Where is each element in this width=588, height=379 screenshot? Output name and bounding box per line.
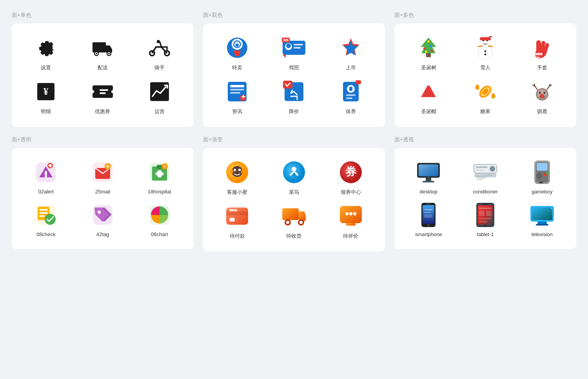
svg-point-97: [241, 169, 244, 174]
billing-label: 明细: [41, 108, 51, 115]
gameboy-icon: [530, 160, 555, 185]
pending-review-icon: [338, 204, 363, 229]
svg-point-159: [551, 210, 552, 211]
list-item[interactable]: 骑手: [133, 35, 186, 71]
tablet-label: tablet-1: [477, 231, 494, 237]
list-item[interactable]: 客服小蜜: [211, 160, 264, 196]
kefu-label: 客服小蜜: [227, 189, 247, 196]
svg-point-42: [427, 40, 430, 43]
list-item[interactable]: 待付款: [211, 204, 264, 240]
list-item[interactable]: 特卖: [211, 35, 264, 71]
list-item[interactable]: 优惠券: [76, 79, 129, 115]
list-item[interactable]: television: [515, 202, 568, 237]
xmas-hat-icon: [416, 79, 441, 104]
svg-point-3: [96, 53, 97, 54]
svg-point-95: [238, 169, 241, 171]
list-item[interactable]: 02alert: [20, 160, 73, 195]
svg-rect-56: [419, 97, 438, 101]
conditioner-label: conditioner: [473, 189, 498, 195]
list-item[interactable]: 资讯: [211, 79, 264, 115]
license-label: 驾照: [289, 64, 299, 71]
svg-text:券: 券: [345, 166, 357, 178]
billing-icon: ¥: [33, 79, 58, 104]
list-item[interactable]: 糖果: [459, 79, 512, 115]
list-item[interactable]: 运营: [133, 79, 186, 115]
list-item[interactable]: 菜鸟: [268, 160, 321, 196]
list-item[interactable]: 券 领券中心: [324, 160, 377, 196]
section-gradient: 面+渐变: [203, 136, 385, 251]
svg-rect-79: [156, 172, 163, 175]
list-item[interactable]: 驯鹿: [515, 79, 568, 115]
list-item[interactable]: 配送: [76, 35, 129, 71]
reindeer-icon: [530, 79, 555, 104]
list-item[interactable]: 驾照 驾照: [268, 35, 321, 71]
section-mono-title: 面+单色: [12, 12, 194, 19]
xmas-tree-icon: [416, 35, 441, 60]
list-item[interactable]: 降价: [268, 79, 321, 115]
svg-text:¥: ¥: [44, 86, 49, 97]
svg-point-4: [108, 53, 110, 54]
svg-rect-118: [426, 178, 431, 181]
pending-pay-icon: [225, 204, 250, 229]
svg-rect-0: [93, 42, 106, 52]
glove-label: 手套: [537, 64, 547, 71]
svg-point-113: [349, 212, 352, 215]
list-item[interactable]: 保养: [324, 79, 377, 115]
check-label: 08check: [36, 231, 55, 237]
svg-rect-30: [230, 89, 244, 90]
settings-icon: [33, 35, 58, 60]
list-item[interactable]: 设置: [20, 35, 73, 71]
list-item[interactable]: 圣诞帽: [402, 79, 455, 115]
list-item[interactable]: smartphone: [402, 202, 455, 237]
list-item[interactable]: 上市: [324, 35, 377, 71]
cainiao-icon: [281, 160, 307, 185]
list-item[interactable]: 待收货: [268, 204, 321, 240]
svg-rect-117: [419, 164, 438, 176]
list-item[interactable]: 手套: [515, 35, 568, 71]
list-item[interactable]: + 18hospital: [133, 160, 186, 195]
chart-label: 06chart: [151, 231, 168, 237]
list-item[interactable]: 08check: [20, 202, 73, 237]
operations-label: 运营: [154, 108, 165, 115]
list-item[interactable]: 圣诞树: [402, 35, 455, 71]
list-item[interactable]: ¥ 明细: [20, 79, 73, 115]
list-item[interactable]: 06chart: [133, 202, 186, 237]
conditioner-icon: [473, 160, 498, 185]
cainiao-label: 菜鸟: [289, 189, 299, 196]
tag-icon: [90, 202, 115, 227]
svg-rect-77: [157, 165, 162, 169]
list-item[interactable]: desktop: [402, 160, 455, 195]
list-item[interactable]: 雪人: [459, 35, 512, 71]
smartphone-icon: [416, 202, 441, 227]
section-mono: 面+单色 设置: [12, 12, 194, 127]
icon-grid-transparent: 02alert 25mail: [20, 160, 186, 237]
svg-rect-106: [282, 208, 299, 220]
list-item[interactable]: conditioner: [459, 160, 512, 195]
svg-point-99: [292, 167, 296, 171]
svg-point-46: [430, 50, 433, 52]
svg-text:+: +: [163, 164, 166, 169]
list-item[interactable]: 42tag: [76, 202, 129, 237]
svg-rect-141: [424, 212, 431, 213]
svg-rect-37: [346, 94, 356, 96]
settings-label: 设置: [41, 64, 51, 71]
candy-label: 糖果: [480, 108, 490, 115]
license-icon: 驾照: [281, 35, 307, 60]
hospital-icon: +: [147, 160, 172, 185]
svg-rect-148: [479, 208, 492, 209]
card-perspective: desktop: [394, 148, 576, 249]
pending-receive-icon: [281, 204, 307, 229]
list-item[interactable]: gameboy: [515, 160, 568, 195]
list-item[interactable]: 25mail: [76, 160, 129, 195]
svg-rect-142: [424, 215, 432, 218]
svg-point-120: [428, 177, 429, 178]
svg-rect-124: [476, 170, 484, 171]
svg-rect-139: [426, 204, 431, 205]
card-dual: 特卖 驾照: [203, 23, 385, 127]
svg-point-20: [236, 43, 239, 47]
list-item[interactable]: tablet-1: [459, 202, 512, 237]
list-item[interactable]: 待评价: [324, 204, 377, 240]
glove-icon: [530, 35, 555, 60]
svg-point-96: [230, 169, 233, 174]
snowman-label: 雪人: [480, 64, 490, 71]
